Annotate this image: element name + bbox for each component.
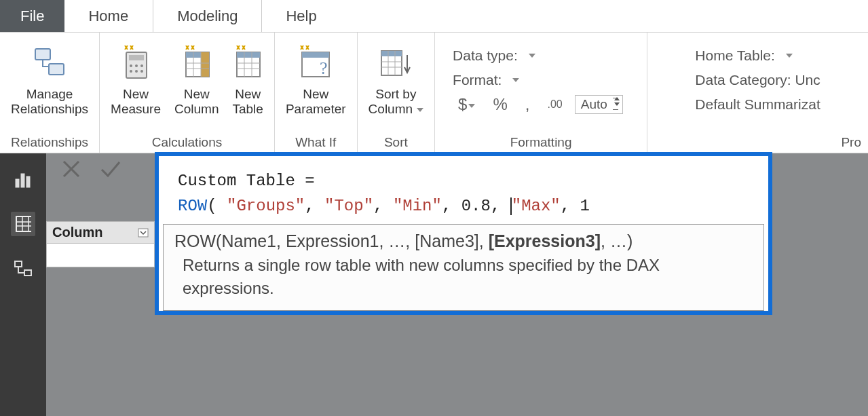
ribbon: Manage Relationships Relationships New M… [0, 33, 868, 153]
svg-rect-26 [138, 229, 148, 237]
group-relationships-label: Relationships [11, 134, 88, 153]
formula-arg: 1 [580, 197, 590, 215]
chevron-down-icon [786, 54, 793, 58]
chevron-down-icon [468, 104, 475, 108]
fields-panel: Column [46, 221, 155, 267]
currency-button[interactable]: $ [453, 95, 480, 114]
svg-rect-20 [16, 179, 19, 187]
new-table-button[interactable]: New Table [225, 37, 269, 117]
format-dropdown[interactable]: Format: [453, 68, 629, 92]
svg-rect-21 [21, 174, 24, 187]
svg-point-5 [135, 64, 138, 67]
new-parameter-label: New Parameter [286, 87, 346, 117]
home-table-dropdown[interactable]: Home Table: [695, 43, 820, 68]
commit-formula-button[interactable] [99, 159, 122, 179]
dropdown-caret-icon [417, 108, 423, 112]
group-formatting: Data type: Format: $ % , .00 Auto Format… [435, 33, 647, 153]
group-properties-label: Pro [652, 134, 864, 153]
model-view-button[interactable] [11, 257, 35, 281]
chevron-down-icon [138, 228, 149, 238]
svg-rect-24 [15, 261, 22, 267]
svg-text:?: ? [320, 58, 328, 78]
new-measure-button[interactable]: New Measure [104, 37, 168, 117]
formula-lhs: Custom Table = [178, 172, 315, 190]
group-whatif: ? New Parameter What If [275, 33, 358, 153]
svg-rect-22 [26, 176, 30, 187]
chevron-down-icon [529, 54, 535, 58]
svg-rect-1 [49, 64, 64, 75]
tab-file[interactable]: File [0, 0, 64, 32]
manage-relationships-label: Manage Relationships [11, 87, 88, 117]
sort-icon [377, 41, 414, 84]
tab-help[interactable]: Help [262, 0, 341, 32]
cancel-formula-button[interactable] [61, 159, 81, 179]
parameter-icon: ? [297, 41, 335, 84]
svg-rect-25 [24, 270, 31, 276]
group-sort-label: Sort [384, 134, 408, 153]
decimal-places-value: Auto [581, 97, 607, 111]
view-rail [0, 153, 46, 416]
sort-by-column-label: Sort by Column [369, 87, 423, 117]
svg-point-8 [135, 70, 138, 73]
fields-body [47, 244, 154, 267]
tab-modeling[interactable]: Modeling [153, 0, 262, 32]
group-calculations: New Measure New Column New Table Calcula… [100, 33, 275, 153]
formula-open: ( [207, 197, 227, 215]
svg-point-9 [140, 70, 143, 73]
text-cursor [510, 197, 512, 215]
relationships-icon [31, 41, 68, 84]
svg-rect-16 [302, 52, 329, 58]
formula-editor-highlight: Custom Table = ROW( "Groups", "Top", "Mi… [155, 152, 772, 315]
data-type-label: Data type: [453, 48, 518, 64]
data-type-dropdown[interactable]: Data type: [453, 43, 629, 68]
group-sort: Sort by Column Sort [358, 33, 435, 153]
table-column-icon [182, 41, 212, 84]
column-dropdown[interactable]: Column [47, 222, 154, 244]
svg-rect-12 [201, 52, 209, 77]
tab-strip: File Home Modeling Help [0, 0, 868, 33]
tooltip-description: Returns a single row table with new colu… [174, 254, 753, 301]
new-column-button[interactable]: New Column [168, 37, 225, 117]
sort-by-column-button[interactable]: Sort by Column [362, 37, 430, 117]
calculator-icon [121, 41, 151, 84]
svg-rect-3 [129, 55, 144, 60]
svg-point-4 [130, 64, 132, 67]
tab-home[interactable]: Home [64, 0, 153, 32]
tooltip-signature: ROW(Name1, Expression1, …, [Name3], [Exp… [174, 229, 753, 253]
formula-arg: "Min" [393, 197, 442, 215]
svg-rect-0 [35, 49, 50, 60]
formula-editor[interactable]: Custom Table = ROW( "Groups", "Top", "Mi… [159, 156, 768, 224]
chevron-down-icon [512, 78, 519, 82]
manage-relationships-button[interactable]: Manage Relationships [4, 37, 95, 117]
formula-arg: "Top" [324, 197, 373, 215]
content: Column Custom Table = ROW( "Groups", "To… [46, 153, 868, 416]
data-view-button[interactable] [11, 212, 35, 236]
svg-rect-19 [381, 51, 402, 56]
formula-arg: "Groups" [227, 197, 305, 215]
svg-point-6 [140, 64, 143, 67]
home-table-label: Home Table: [695, 48, 775, 64]
formula-arg: 0.8 [461, 197, 491, 215]
decimal-places-stepper[interactable]: Auto [575, 95, 623, 114]
formula-arg: "Max" [512, 197, 561, 215]
svg-point-7 [130, 70, 132, 73]
report-view-button[interactable] [11, 167, 35, 191]
work-area: Column Custom Table = ROW( "Groups", "To… [0, 153, 868, 416]
intellisense-tooltip: ROW(Name1, Expression1, …, [Name3], [Exp… [163, 224, 764, 311]
formula-bar-actions [61, 159, 122, 179]
group-formatting-label: Formatting [510, 134, 572, 153]
svg-rect-14 [237, 52, 260, 58]
decimals-icon: .00 [542, 98, 567, 111]
table-icon [233, 41, 263, 84]
percent-button[interactable]: % [487, 95, 512, 114]
data-category-dropdown[interactable]: Data Category: Unc [695, 68, 820, 92]
group-whatif-label: What If [295, 134, 336, 153]
new-measure-label: New Measure [111, 87, 161, 117]
thousands-button[interactable]: , [520, 95, 535, 114]
group-calculations-label: Calculations [152, 134, 223, 153]
group-properties: Home Table: Data Category: Unc Default S… [647, 33, 868, 153]
formula-function: ROW [178, 197, 207, 215]
default-summarization-dropdown[interactable]: Default Summarizat [695, 92, 820, 117]
new-parameter-button[interactable]: ? New Parameter [279, 37, 353, 117]
new-column-label: New Column [174, 87, 219, 117]
